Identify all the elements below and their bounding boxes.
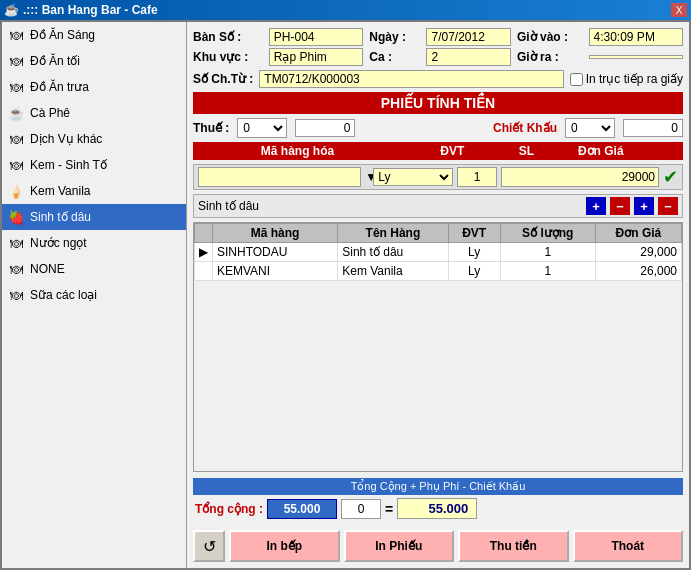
confirm-icon[interactable]: ✔ <box>663 168 678 186</box>
food-icon: 🍽 <box>8 53 24 69</box>
row-dvt: Ly <box>448 262 500 281</box>
thue-select[interactable]: 0 <box>237 118 287 138</box>
col-sl-header: SL <box>507 144 547 158</box>
sidebar-item-ca-phe[interactable]: ☕ Cà Phê <box>2 100 186 126</box>
sidebar-label: Kem - Sinh Tố <box>30 158 107 172</box>
add2-button[interactable]: + <box>634 197 654 215</box>
in-truc-tiep-label[interactable]: In trục tiếp ra giấy <box>570 72 683 86</box>
gio-vao-value: 4:30:09 PM <box>589 28 684 46</box>
thue-amount: 0 <box>295 119 355 137</box>
dvt-select[interactable]: Ly <box>373 168 453 186</box>
sidebar-item-nuoc-ngot[interactable]: 🍽 Nước ngọt <box>2 230 186 256</box>
sidebar-item-sinh-to-dau[interactable]: 🍓 Sinh tố dâu <box>2 204 186 230</box>
in-truc-tiep-checkbox[interactable] <box>570 73 583 86</box>
sidebar-item-kem-vanila[interactable]: 🍦 Kem Vanila <box>2 178 186 204</box>
content-area: Bàn Số : PH-004 Ngày : 7/07/2012 Giờ vào… <box>187 22 689 568</box>
title-bar: ☕ .::: Ban Hang Bar - Cafe X <box>0 0 691 20</box>
thoat-button[interactable]: Thoát <box>573 530 684 562</box>
add-button[interactable]: + <box>586 197 606 215</box>
drink-icon: 🍽 <box>8 157 24 173</box>
in-bep-button[interactable]: In bếp <box>229 530 340 562</box>
in-truc-tiep-text: In trục tiếp ra giấy <box>586 72 683 86</box>
th-arrow <box>195 224 213 243</box>
food-icon: 🍽 <box>8 27 24 43</box>
thu-tien-button[interactable]: Thu tiền <box>458 530 569 562</box>
total-header: Tổng Cộng + Phụ Phí - Chiết Khấu <box>193 478 683 495</box>
sidebar-label: Kem Vanila <box>30 184 90 198</box>
row-soluong: 1 <box>500 243 595 262</box>
row-dongia: 29,000 <box>595 243 681 262</box>
row-dvt: Ly <box>448 243 500 262</box>
sidebar-item-sua-cac-loai[interactable]: 🍽 Sữa các loại <box>2 282 186 308</box>
ngay-value: 7/07/2012 <box>426 28 511 46</box>
table-row[interactable]: ▶ SINHTODAU Sinh tố dâu Ly 1 29,000 <box>195 243 682 262</box>
so-chung-tu-value: TM0712/K000003 <box>259 70 563 88</box>
drink2-icon: 🍽 <box>8 235 24 251</box>
close-button[interactable]: X <box>671 3 687 17</box>
milk-icon: 🍽 <box>8 287 24 303</box>
col-mahang-header: Mã hàng hóa <box>197 144 398 158</box>
sidebar-item-dich-vu-khac[interactable]: 🍽 Dịch Vụ khác <box>2 126 186 152</box>
chiet-khau-label: Chiết Khấu <box>493 121 557 135</box>
so-chung-tu-label: Số Ch.Từ : <box>193 72 253 86</box>
th-dvt: ĐVT <box>448 224 500 243</box>
row-mahang: KEMVANI <box>213 262 338 281</box>
ca-value: 2 <box>426 48 511 66</box>
row-dongia: 26,000 <box>595 262 681 281</box>
th-dongia: Đơn Giá <box>595 224 681 243</box>
sidebar-label: Cà Phê <box>30 106 70 120</box>
mahang-input[interactable] <box>198 167 361 187</box>
sidebar-label: Dịch Vụ khác <box>30 132 102 146</box>
top-info: Bàn Số : PH-004 Ngày : 7/07/2012 Giờ vào… <box>193 28 683 66</box>
strawberry-icon: 🍓 <box>8 209 24 225</box>
khu-vuc-value: Rạp Phim <box>269 48 363 66</box>
th-mahang: Mã hàng <box>213 224 338 243</box>
sidebar-item-do-an-toi[interactable]: 🍽 Đồ Ăn tối <box>2 48 186 74</box>
row-mahang: SINHTODAU <box>213 243 338 262</box>
total-extra: 0 <box>341 499 381 519</box>
sidebar-item-do-an-trua[interactable]: 🍽 Đồ Ăn trưa <box>2 74 186 100</box>
col-dvt-header: ĐVT <box>402 144 503 158</box>
row-tenhang: Kem Vanila <box>338 262 448 281</box>
sidebar-label: Đồ Ăn Sáng <box>30 28 95 42</box>
remove-button[interactable]: − <box>610 197 630 215</box>
sidebar-label: NONE <box>30 262 65 276</box>
gio-ra-label: Giờ ra : <box>517 50 583 64</box>
action-row: ↺ In bếp In Phiếu Thu tiền Thoát <box>193 526 683 562</box>
chiet-khau-amount: 0 <box>623 119 683 137</box>
sidebar-label: Đồ Ăn trưa <box>30 80 89 94</box>
thue-label: Thuế : <box>193 121 229 135</box>
group-name: Sinh tố dâu <box>198 199 582 213</box>
sidebar-label: Đồ Ăn tối <box>30 54 80 68</box>
ban-so-label: Bàn Số : <box>193 30 263 44</box>
food-icon: 🍽 <box>8 79 24 95</box>
coffee-icon: ☕ <box>8 105 24 121</box>
main-container: 🍽 Đồ Ăn Sáng 🍽 Đồ Ăn tối 🍽 Đồ Ăn trưa ☕ … <box>0 20 691 570</box>
service-icon: 🍽 <box>8 131 24 147</box>
footer-section: Tổng Cộng + Phụ Phí - Chiết Khấu Tổng cộ… <box>193 478 683 522</box>
sl-input[interactable] <box>457 167 497 187</box>
row-arrow <box>195 262 213 281</box>
refresh-button[interactable]: ↺ <box>193 530 225 562</box>
ca-label: Ca : <box>369 50 420 64</box>
arrow-down-icon: ▼ <box>365 170 369 184</box>
ban-so-value: PH-004 <box>269 28 363 46</box>
none-icon: 🍽 <box>8 261 24 277</box>
sidebar-item-none[interactable]: 🍽 NONE <box>2 256 186 282</box>
remove2-button[interactable]: − <box>658 197 678 215</box>
data-table-wrapper: Mã hàng Tên Hàng ĐVT Số lượng Đơn Giá ▶ … <box>193 222 683 472</box>
equals-sign: = <box>385 501 393 517</box>
chiet-khau-select[interactable]: 0 <box>565 118 615 138</box>
tong-cong-value: 55.000 <box>267 499 337 519</box>
app-icon: ☕ <box>4 3 19 17</box>
sidebar-item-do-an-sang[interactable]: 🍽 Đồ Ăn Sáng <box>2 22 186 48</box>
so-chung-tu-row: Số Ch.Từ : TM0712/K000003 In trục tiếp r… <box>193 70 683 88</box>
col-dongia-header: Đơn Giá <box>551 144 652 158</box>
th-tenhang: Tên Hàng <box>338 224 448 243</box>
in-phieu-button[interactable]: In Phiếu <box>344 530 455 562</box>
sidebar-item-kem-sinh-to[interactable]: 🍽 Kem - Sinh Tố <box>2 152 186 178</box>
sidebar-label: Sữa các loại <box>30 288 97 302</box>
dongia-input[interactable] <box>501 167 659 187</box>
table-row[interactable]: KEMVANI Kem Vanila Ly 1 26,000 <box>195 262 682 281</box>
total-final-value: 55.000 <box>397 498 477 519</box>
